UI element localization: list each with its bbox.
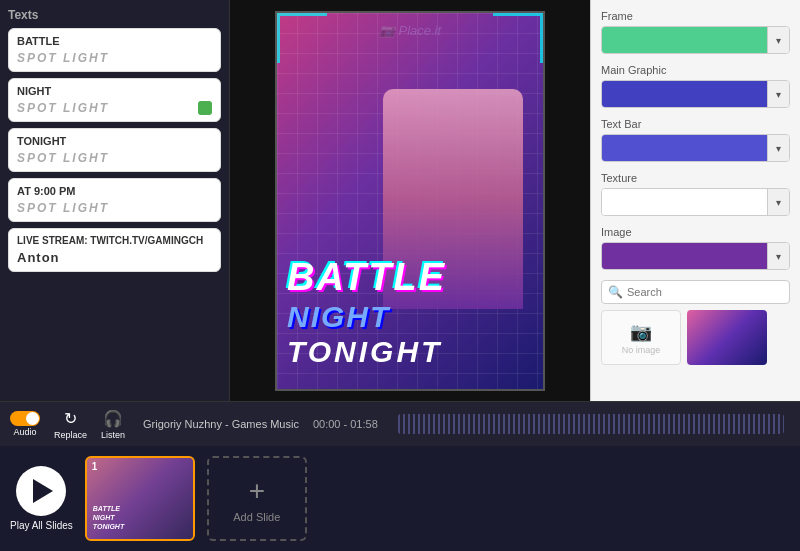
canvas-text-battle: BATTLE — [287, 256, 446, 299]
audio-label: Audio — [13, 427, 36, 437]
bottom-bar: Audio ↻ Replace 🎧 Listen Grigoriy Nuzhny… — [0, 401, 800, 551]
audio-time: 00:00 - 01:58 — [313, 418, 378, 430]
audio-bar: Audio ↻ Replace 🎧 Listen Grigoriy Nuzhny… — [0, 401, 800, 446]
text-card-label-time: AT 9:00 PM — [17, 185, 212, 197]
image-label: Image — [601, 226, 790, 238]
replace-button[interactable]: ↻ Replace — [54, 409, 87, 440]
toggle-knob — [26, 412, 39, 425]
slide-mini-text: BATTLENIGHTTONIGHT — [93, 504, 124, 531]
frame-label: Frame — [601, 10, 790, 22]
text-bar-color-dropdown[interactable]: ▾ — [601, 134, 790, 162]
text-bar-dropdown-arrow[interactable]: ▾ — [767, 135, 789, 161]
image-dropdown-arrow[interactable]: ▾ — [767, 243, 789, 269]
search-box[interactable]: 🔍 — [601, 280, 790, 304]
text-bar-label: Text Bar — [601, 118, 790, 130]
no-image-icon: 📷 — [630, 321, 652, 343]
main-graphic-color-swatch — [602, 81, 767, 107]
canvas-text-night: NIGHT — [287, 300, 390, 334]
frame-color-dropdown[interactable]: ▾ — [601, 26, 790, 54]
no-image-box[interactable]: 📷 No image — [601, 310, 681, 365]
frame-dropdown-arrow[interactable]: ▾ — [767, 27, 789, 53]
play-all-button[interactable]: Play All Slides — [10, 466, 73, 531]
text-card-label-night: NIGHT — [17, 85, 212, 97]
text-bar-section: Text Bar ▾ — [601, 118, 790, 162]
text-card-style-livestream: Anton — [17, 250, 212, 265]
texture-color-swatch — [602, 189, 767, 215]
frame-color-swatch — [602, 27, 767, 53]
texts-title: Texts — [8, 8, 221, 22]
texture-color-dropdown[interactable]: ▾ — [601, 188, 790, 216]
main-graphic-dropdown-arrow[interactable]: ▾ — [767, 81, 789, 107]
main-graphic-color-dropdown[interactable]: ▾ — [601, 80, 790, 108]
listen-label: Listen — [101, 430, 125, 440]
image-thumbnail[interactable] — [687, 310, 767, 365]
green-dot-night — [198, 101, 212, 115]
watermark: 📷 Place.it — [379, 23, 441, 38]
text-card-style-night: SPOT LIGHT — [17, 101, 212, 115]
slide-thumbnail-1[interactable]: 1 BATTLENIGHTTONIGHT — [85, 456, 195, 541]
right-panel: Frame ▾ Main Graphic ▾ Text Bar ▾ Textur… — [590, 0, 800, 401]
texture-section: Texture ▾ — [601, 172, 790, 216]
main-graphic-section: Main Graphic ▾ — [601, 64, 790, 108]
waveform — [398, 414, 784, 434]
texture-label: Texture — [601, 172, 790, 184]
text-card-label-livestream: LIVE STREAM: TWITCH.TV/GAMINGCH — [17, 235, 212, 246]
search-input[interactable] — [627, 286, 783, 298]
texture-dropdown-arrow[interactable]: ▾ — [767, 189, 789, 215]
canvas-text-tonight: TONIGHT — [287, 335, 442, 369]
glitch-corner-tl — [277, 13, 327, 63]
track-name: Grigoriy Nuzhny - Games Music — [143, 418, 299, 430]
text-card-label-battle: BATTLE — [17, 35, 212, 47]
replace-icon: ↻ — [64, 409, 77, 428]
text-card-label-tonight: TONIGHT — [17, 135, 212, 147]
text-card-style-time: SPOT LIGHT — [17, 201, 212, 215]
glitch-corner-tr — [493, 13, 543, 63]
frame-section: Frame ▾ — [601, 10, 790, 54]
text-card-style-battle: SPOT LIGHT — [17, 51, 212, 65]
add-slide-label: Add Slide — [233, 511, 280, 523]
image-color-swatch — [602, 243, 767, 269]
image-section: Image ▾ — [601, 226, 790, 270]
left-panel: Texts BATTLE SPOT LIGHT NIGHT SPOT LIGHT… — [0, 0, 230, 401]
text-card-tonight[interactable]: TONIGHT SPOT LIGHT — [8, 128, 221, 172]
image-color-dropdown[interactable]: ▾ — [601, 242, 790, 270]
add-slide-button[interactable]: + Add Slide — [207, 456, 307, 541]
replace-label: Replace — [54, 430, 87, 440]
play-all-label: Play All Slides — [10, 520, 73, 531]
play-circle — [16, 466, 66, 516]
audio-toggle-switch[interactable] — [10, 411, 40, 426]
image-row: 📷 No image — [601, 310, 790, 365]
no-image-label: No image — [622, 345, 661, 355]
slide-number: 1 — [92, 461, 98, 472]
canvas-preview: 📷 Place.it BATTLE NIGHT TONIGHT — [275, 11, 545, 391]
text-card-livestream[interactable]: LIVE STREAM: TWITCH.TV/GAMINGCH Anton — [8, 228, 221, 272]
text-card-time[interactable]: AT 9:00 PM SPOT LIGHT — [8, 178, 221, 222]
main-graphic-label: Main Graphic — [601, 64, 790, 76]
play-icon — [33, 479, 53, 503]
listen-button[interactable]: 🎧 Listen — [101, 409, 125, 440]
canvas-area: 📷 Place.it BATTLE NIGHT TONIGHT — [230, 0, 590, 401]
search-icon: 🔍 — [608, 285, 623, 299]
text-card-style-tonight: SPOT LIGHT — [17, 151, 212, 165]
slides-bar: Play All Slides 1 BATTLENIGHTTONIGHT + A… — [0, 446, 800, 551]
text-card-battle[interactable]: BATTLE SPOT LIGHT — [8, 28, 221, 72]
text-card-night[interactable]: NIGHT SPOT LIGHT — [8, 78, 221, 122]
text-bar-color-swatch — [602, 135, 767, 161]
audio-toggle[interactable]: Audio — [10, 411, 40, 437]
listen-icon: 🎧 — [103, 409, 123, 428]
image-thumb-inner — [687, 310, 767, 365]
add-slide-plus-icon: + — [249, 475, 265, 507]
